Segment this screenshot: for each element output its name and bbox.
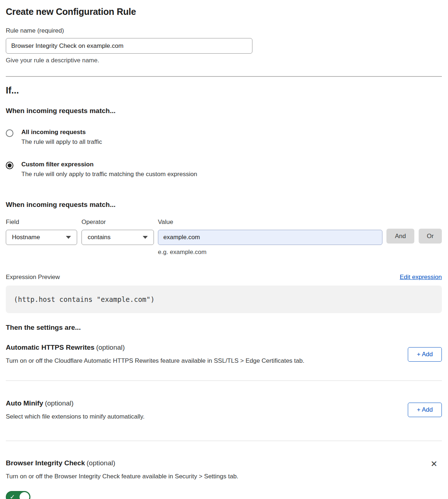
close-icon[interactable]: ✕ [431, 460, 437, 468]
radio-label: Custom filter expression [21, 161, 197, 168]
rule-name-input[interactable] [6, 38, 252, 54]
edit-expression-link[interactable]: Edit expression [400, 274, 442, 281]
operator-select-value: contains [88, 234, 110, 241]
setting-description: Turn on or off the Cloudflare Automatic … [6, 357, 304, 365]
radio-description: The rule will only apply to traffic matc… [21, 171, 197, 178]
field-select-value: Hostname [12, 234, 40, 241]
chevron-down-icon [143, 236, 148, 239]
setting-optional-tag: (optional) [96, 344, 125, 351]
chevron-down-icon [66, 236, 71, 239]
section-divider [6, 441, 442, 441]
setting-optional-tag: (optional) [45, 399, 74, 407]
field-label: Field [6, 219, 77, 226]
expression-preview-label: Expression Preview [6, 274, 60, 281]
browser-integrity-check-toggle[interactable]: ✓ [6, 491, 30, 499]
or-button[interactable]: Or [419, 229, 442, 244]
radio-label: All incoming requests [21, 129, 102, 136]
and-button[interactable]: And [386, 229, 414, 244]
setting-automatic-https-rewrites: Automatic HTTPS Rewrites (optional) Turn… [6, 344, 442, 365]
operator-select[interactable]: contains [81, 230, 154, 245]
if-heading: If... [6, 85, 442, 96]
setting-browser-integrity-check: Browser Integrity Check (optional) Turn … [6, 459, 442, 499]
value-label: Value [158, 219, 382, 226]
setting-name: Browser Integrity Check [6, 459, 85, 467]
add-auto-minify-button[interactable]: + Add [408, 403, 442, 417]
radio-custom-filter-expression[interactable]: Custom filter expression The rule will o… [6, 161, 442, 178]
filter-builder-row: Field Hostname Operator contains Value e… [6, 219, 442, 256]
setting-name: Auto Minify [6, 399, 43, 407]
setting-description: Select which file extensions to minify a… [6, 413, 145, 420]
page-title: Create new Configuration Rule [6, 7, 442, 17]
filter-heading: When incoming requests match... [6, 201, 442, 209]
rule-name-help: Give your rule a descriptive name. [6, 57, 442, 64]
radio-unselected-icon[interactable] [6, 129, 13, 137]
section-divider [6, 76, 442, 77]
setting-auto-minify: Auto Minify (optional) Select which file… [6, 399, 442, 420]
value-input[interactable] [158, 230, 382, 245]
field-select[interactable]: Hostname [6, 230, 77, 245]
match-heading: When incoming requests match... [6, 107, 442, 115]
toggle-knob[interactable] [20, 492, 29, 499]
radio-selected-icon[interactable] [6, 162, 13, 169]
setting-name: Automatic HTTPS Rewrites [6, 344, 95, 351]
check-icon: ✓ [10, 493, 15, 499]
then-heading: Then the settings are... [6, 324, 442, 332]
setting-description: Turn on or off the Browser Integrity Che… [6, 473, 238, 480]
radio-description: The rule will apply to all traffic [21, 138, 102, 146]
radio-all-incoming-requests[interactable]: All incoming requests The rule will appl… [6, 129, 442, 146]
create-configuration-rule-form: Create new Configuration Rule Rule name … [0, 0, 448, 499]
section-divider [6, 381, 442, 381]
expression-preview-code: (http.host contains "example.com") [6, 286, 442, 313]
setting-optional-tag: (optional) [87, 459, 115, 467]
value-help: e.g. example.com [158, 249, 382, 256]
match-radio-group: All incoming requests The rule will appl… [6, 129, 442, 178]
add-automatic-https-rewrites-button[interactable]: + Add [408, 347, 442, 362]
operator-label: Operator [81, 219, 154, 226]
rule-name-label: Rule name (required) [6, 27, 442, 34]
